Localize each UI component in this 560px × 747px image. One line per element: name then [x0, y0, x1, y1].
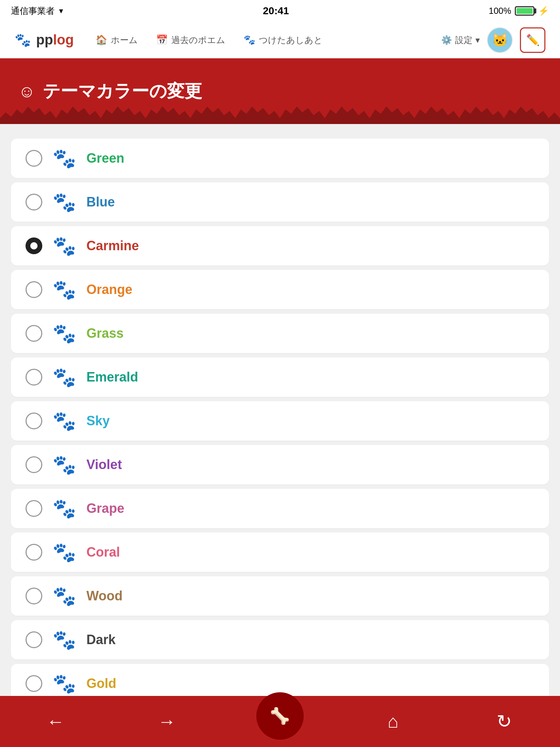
charging-icon: ⚡ — [538, 6, 549, 16]
nav-link-poems-label: 過去のポエム — [171, 34, 225, 46]
paw-icon-green: 🐾 — [52, 147, 76, 170]
refresh-button[interactable]: ↻ — [482, 700, 526, 743]
color-label-violet: Violet — [86, 457, 122, 472]
color-item-blue[interactable]: 🐾Blue — [11, 182, 549, 222]
radio-gold[interactable] — [26, 675, 42, 692]
settings-label: 設定 — [455, 34, 472, 46]
home-button[interactable]: ⌂ — [371, 700, 415, 743]
radio-orange[interactable] — [26, 281, 42, 298]
color-item-carmine[interactable]: 🐾Carmine — [11, 226, 549, 266]
paw-icon-grape: 🐾 — [52, 498, 76, 520]
paw-icon-carmine: 🐾 — [52, 235, 76, 257]
color-item-wood[interactable]: 🐾Wood — [11, 576, 549, 616]
back-button[interactable]: ← — [34, 700, 78, 743]
color-label-gold: Gold — [86, 676, 116, 691]
logo-text: pplog — [36, 32, 74, 48]
smiley-icon: ☺ — [18, 81, 35, 101]
avatar-image: 🐱 — [492, 32, 508, 48]
avatar[interactable]: 🐱 — [487, 27, 513, 53]
color-label-dark: Dark — [86, 632, 116, 647]
nav-right: ⚙️ 設定 ▾ 🐱 ✏️ — [441, 27, 545, 53]
battery-fill — [517, 8, 533, 14]
paw-icon-gold: 🐾 — [52, 673, 76, 695]
battery-icon — [515, 6, 534, 16]
color-label-grass: Grass — [86, 326, 124, 341]
status-left: 通信事業者 ▾ — [11, 5, 63, 17]
status-right: 100% ⚡ — [489, 6, 549, 16]
paw-icon-violet: 🐾 — [52, 454, 76, 476]
radio-wood[interactable] — [26, 588, 42, 604]
nav-link-poems[interactable]: 📅 過去のポエム — [156, 34, 225, 46]
radio-grape[interactable] — [26, 500, 42, 517]
paw-icon-orange: 🐾 — [52, 279, 76, 301]
gear-icon: ⚙️ — [441, 35, 452, 45]
radio-violet[interactable] — [26, 456, 42, 473]
edit-icon: ✏️ — [526, 34, 540, 46]
color-label-blue: Blue — [86, 194, 115, 210]
back-icon: ← — [47, 711, 65, 732]
color-item-grape[interactable]: 🐾Grape — [11, 489, 549, 528]
carrier-label: 通信事業者 — [11, 5, 55, 17]
home-icon: ⌂ — [388, 711, 398, 732]
bottom-nav: ← → 🦴 ⌂ ↻ — [0, 696, 560, 747]
color-label-coral: Coral — [86, 545, 120, 560]
nav-links: 🏠 ホーム 📅 過去のポエム 🐾 つけたあしあと — [96, 34, 419, 46]
nav-link-footprints[interactable]: 🐾 つけたあしあと — [244, 34, 323, 46]
paw-icon-coral: 🐾 — [52, 541, 76, 564]
bone-button[interactable]: 🦴 — [256, 692, 304, 740]
settings-link[interactable]: ⚙️ 設定 ▾ — [441, 34, 480, 46]
battery-percent: 100% — [489, 6, 511, 16]
radio-dark[interactable] — [26, 631, 42, 648]
radio-emerald[interactable] — [26, 369, 42, 386]
paw-icon-wood: 🐾 — [52, 585, 76, 607]
nav-link-footprints-label: つけたあしあと — [259, 34, 323, 46]
color-label-grape: Grape — [86, 501, 124, 516]
paw-icon-dark: 🐾 — [52, 629, 76, 651]
radio-blue[interactable] — [26, 194, 42, 210]
radio-coral[interactable] — [26, 544, 42, 561]
forward-icon: → — [158, 711, 176, 732]
edit-button[interactable]: ✏️ — [520, 27, 545, 53]
hero-title: テーマカラーの変更 — [43, 80, 202, 103]
radio-sky[interactable] — [26, 413, 42, 429]
color-label-carmine: Carmine — [86, 238, 139, 253]
content: 🐾Green🐾Blue🐾Carmine🐾Orange🐾Grass🐾Emerald… — [0, 124, 560, 747]
color-item-orange[interactable]: 🐾Orange — [11, 270, 549, 309]
radio-carmine[interactable] — [26, 237, 42, 254]
logo[interactable]: 🐾 pplog — [15, 32, 74, 48]
forward-button[interactable]: → — [145, 700, 189, 743]
nav-link-home-label: ホーム — [111, 34, 138, 46]
logo-paw-icon: 🐾 — [15, 32, 31, 48]
paw-icon-sky: 🐾 — [52, 410, 76, 432]
calendar-nav-icon: 📅 — [156, 34, 168, 46]
wifi-icon: ▾ — [59, 6, 63, 16]
paw-nav-icon: 🐾 — [244, 34, 255, 46]
color-item-sky[interactable]: 🐾Sky — [11, 401, 549, 441]
status-bar: 通信事業者 ▾ 20:41 100% ⚡ — [0, 0, 560, 22]
paw-icon-blue: 🐾 — [52, 191, 76, 213]
color-list: 🐾Green🐾Blue🐾Carmine🐾Orange🐾Grass🐾Emerald… — [11, 139, 549, 703]
navbar: 🐾 pplog 🏠 ホーム 📅 過去のポエム 🐾 つけたあしあと ⚙️ 設定 ▾… — [0, 22, 560, 58]
bone-icon: 🦴 — [270, 707, 290, 725]
color-label-orange: Orange — [86, 282, 132, 297]
home-nav-icon: 🏠 — [96, 34, 107, 46]
color-item-grass[interactable]: 🐾Grass — [11, 314, 549, 353]
radio-grass[interactable] — [26, 325, 42, 342]
chevron-down-icon: ▾ — [475, 35, 480, 45]
status-time: 20:41 — [263, 5, 289, 17]
color-item-dark[interactable]: 🐾Dark — [11, 620, 549, 659]
color-label-emerald: Emerald — [86, 369, 138, 385]
paw-icon-emerald: 🐾 — [52, 366, 76, 388]
color-item-coral[interactable]: 🐾Coral — [11, 533, 549, 572]
hero-banner: ☺ テーマカラーの変更 — [0, 58, 560, 124]
color-item-emerald[interactable]: 🐾Emerald — [11, 357, 549, 397]
color-item-violet[interactable]: 🐾Violet — [11, 445, 549, 484]
refresh-icon: ↻ — [497, 711, 512, 732]
color-label-sky: Sky — [86, 413, 110, 429]
radio-green[interactable] — [26, 150, 42, 167]
paw-icon-grass: 🐾 — [52, 322, 76, 345]
color-label-green: Green — [86, 151, 124, 166]
nav-link-home[interactable]: 🏠 ホーム — [96, 34, 138, 46]
color-item-green[interactable]: 🐾Green — [11, 139, 549, 178]
color-label-wood: Wood — [86, 588, 122, 604]
